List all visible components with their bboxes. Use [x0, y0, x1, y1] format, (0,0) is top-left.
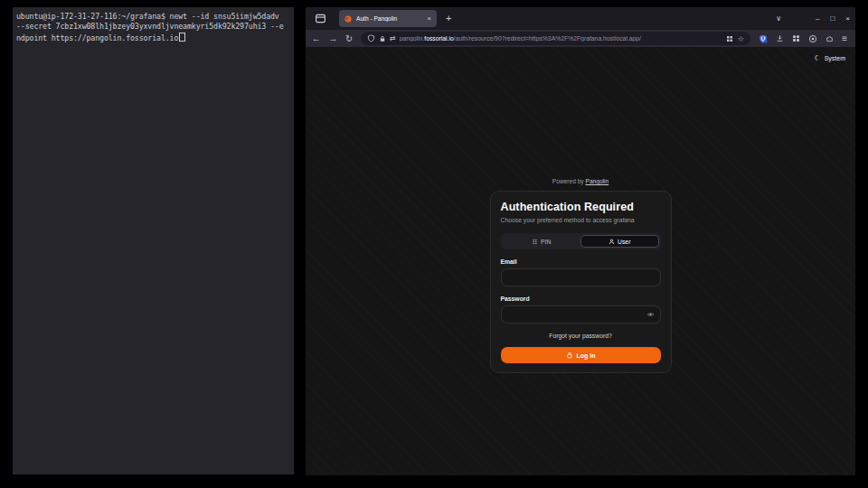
url-domain: fossorial.io [424, 35, 454, 42]
login-button-label: Log in [577, 352, 596, 359]
tab-user[interactable]: User [580, 235, 659, 248]
card-subtitle: Choose your preferred method to access g… [501, 217, 661, 223]
theme-toggle-label: System [825, 55, 845, 61]
pangolin-brand-link[interactable]: Pangolin [586, 178, 609, 184]
extension-shield-icon[interactable] [759, 34, 768, 43]
tab-close-icon[interactable]: × [427, 15, 431, 23]
tracking-shield-icon[interactable] [367, 34, 375, 42]
navigation-toolbar: ← → ↻ ⇄ pangolin.fossorial.io/auth/resou… [306, 30, 855, 47]
login-button[interactable]: Log in [501, 347, 661, 363]
forward-button[interactable]: → [329, 34, 338, 43]
url-bar[interactable]: ⇄ pangolin.fossorial.io/auth/resource/90… [361, 32, 750, 45]
terminal-line: ubuntu@ip-172-31-27-116:~/grafana$ newt … [16, 12, 290, 22]
minimize-button[interactable]: – [816, 15, 819, 23]
reload-button[interactable]: ↻ [345, 34, 353, 43]
terminal-cursor [179, 33, 185, 42]
extensions-puzzle-icon[interactable] [826, 34, 834, 42]
moon-icon: ☾ [814, 54, 820, 62]
auth-method-tabs: PIN User [501, 233, 661, 249]
tab-pin[interactable]: PIN [503, 235, 581, 248]
page-action-grid-icon[interactable] [726, 35, 733, 42]
keypad-icon [532, 239, 538, 245]
terminal-window[interactable]: ubuntu@ip-172-31-27-116:~/grafana$ newt … [13, 7, 294, 474]
permissions-icon[interactable]: ⇄ [390, 34, 396, 42]
terminal-line: --secret 7cbz1xw08lh1jbzey03yxvndljvneam… [16, 22, 290, 32]
https-lock-icon[interactable] [379, 35, 386, 42]
eye-icon[interactable] [646, 311, 655, 318]
password-field[interactable] [501, 305, 661, 324]
user-icon [609, 239, 615, 245]
auth-card: Authentication Required Choose your pref… [490, 191, 672, 373]
back-button[interactable]: ← [312, 34, 321, 43]
maximize-button[interactable]: □ [830, 15, 835, 23]
password-label: Password [501, 296, 661, 302]
forgot-password-link[interactable]: Forgot your password? [501, 333, 661, 339]
window-close-button[interactable]: × [845, 15, 850, 23]
terminal-line-text: ndpoint https://pangolin.fossorial.io [16, 33, 178, 42]
card-title: Authentication Required [501, 201, 661, 213]
theme-toggle[interactable]: ☾ System [814, 54, 845, 62]
page-content: ☾ System Powered by Pangolin Authenticat… [306, 47, 855, 475]
tab-pin-label: PIN [541, 239, 551, 245]
auth-section: Powered by Pangolin Authentication Requi… [306, 178, 855, 373]
firefox-view-icon[interactable] [315, 13, 326, 24]
email-field[interactable] [501, 268, 661, 286]
toolbar-grid-icon[interactable] [792, 34, 800, 42]
tab-user-label: User [618, 239, 630, 245]
email-label: Email [501, 258, 661, 265]
menu-icon[interactable]: ≡ [842, 34, 847, 43]
screen: ubuntu@ip-172-31-27-116:~/grafana$ newt … [0, 0, 868, 488]
tab-title: Auth - Pangolin [356, 15, 427, 22]
extension-circle-icon[interactable] [808, 34, 817, 43]
login-lock-icon [566, 352, 573, 359]
powered-by: Powered by Pangolin [552, 178, 609, 184]
url-text: pangolin.fossorial.io/auth/resource/90?r… [400, 35, 722, 42]
new-tab-button[interactable]: + [446, 14, 451, 23]
download-icon[interactable] [776, 34, 784, 42]
browser-window: Auth - Pangolin × + ∨ – □ × ← → ↻ [306, 7, 855, 475]
tab-list-chevron-icon[interactable]: ∨ [776, 14, 781, 23]
bookmark-star-icon[interactable]: ☆ [738, 34, 745, 43]
tab-bar: Auth - Pangolin × + ∨ – □ × [306, 7, 855, 30]
terminal-line: ndpoint https://pangolin.fossorial.io [16, 33, 290, 44]
pangolin-favicon [344, 15, 352, 23]
browser-tab[interactable]: Auth - Pangolin × [339, 10, 437, 27]
